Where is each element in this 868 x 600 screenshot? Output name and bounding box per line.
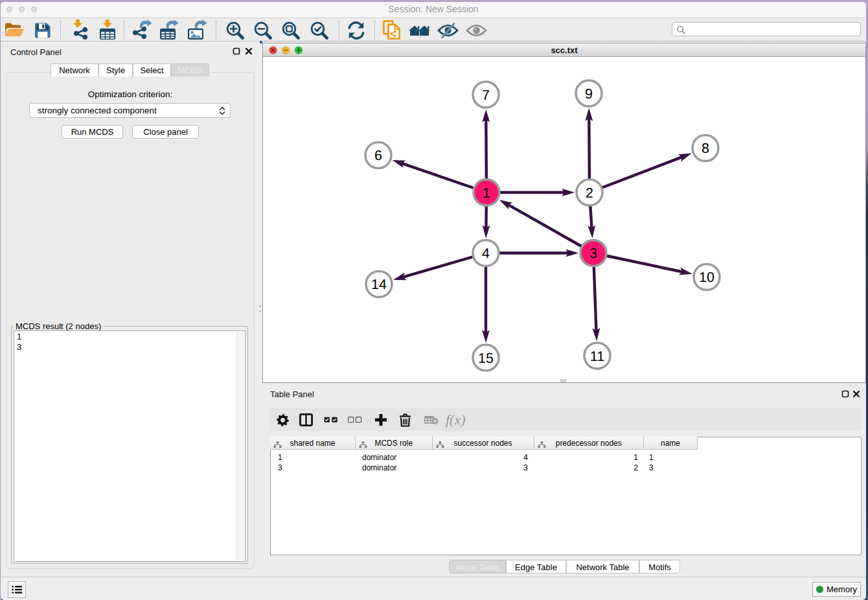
svg-text:4: 4 xyxy=(482,246,490,261)
svg-text:6: 6 xyxy=(374,148,382,163)
svg-text:3: 3 xyxy=(589,246,597,261)
svg-text:14: 14 xyxy=(371,277,387,292)
svg-text:10: 10 xyxy=(699,270,714,285)
svg-text:11: 11 xyxy=(590,349,604,364)
svg-text:2: 2 xyxy=(586,185,593,201)
svg-text:7: 7 xyxy=(482,87,490,103)
svg-text:1: 1 xyxy=(483,185,490,201)
svg-text:9: 9 xyxy=(585,86,593,102)
svg-text:15: 15 xyxy=(478,351,494,366)
svg-text:8: 8 xyxy=(702,141,709,156)
